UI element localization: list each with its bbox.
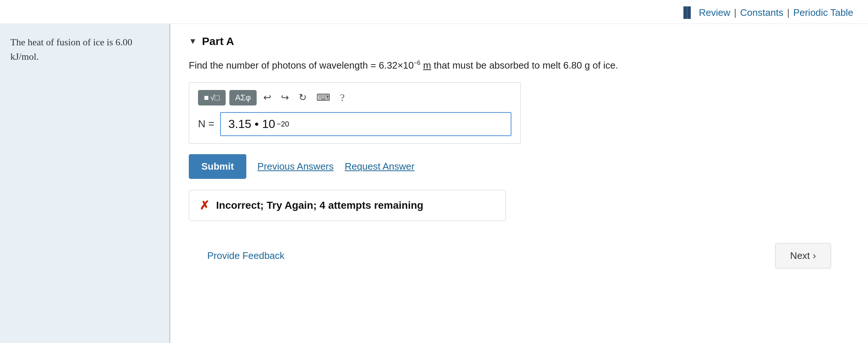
part-a-header: ▼ Part A — [189, 35, 850, 48]
formula-button[interactable]: ■ √□ — [198, 90, 226, 105]
math-input-container: ■ √□ AΣφ ↩ ↪ ↻ ⌨ ? N = 3.15 • 10−20 — [189, 82, 521, 144]
question-text: Find the number of photons of wavelength… — [189, 58, 850, 73]
redo-button[interactable]: ↪ — [278, 90, 292, 105]
question-unit: m — [423, 60, 431, 71]
math-toolbar: ■ √□ AΣφ ↩ ↪ ↻ ⌨ ? — [198, 90, 511, 105]
action-row: Submit Previous Answers Request Answer — [189, 154, 850, 179]
question-suffix: that must be absorbed to melt 6.80 g of … — [431, 60, 618, 71]
feedback-text: Incorrect; Try Again; 4 attempts remaini… — [216, 200, 423, 211]
part-a-label: Part A — [202, 35, 234, 48]
review-link[interactable]: Review — [699, 7, 730, 18]
top-navigation: ▐▌ Review | Constants | Periodic Table — [680, 7, 853, 18]
bottom-action-bar: Provide Feedback Next › — [189, 236, 850, 276]
previous-answers-button[interactable]: Previous Answers — [257, 161, 334, 172]
formula-box-icon: ■ — [204, 93, 209, 103]
sqrt-symbol: √□ — [210, 93, 219, 103]
provide-feedback-link[interactable]: Provide Feedback — [207, 250, 285, 261]
main-layout: The heat of fusion of ice is 6.00 kJ/mol… — [0, 24, 868, 343]
review-icon: ▐▌ — [680, 7, 695, 18]
question-prefix: Find the number of photons of wavelength… — [189, 60, 414, 71]
math-display-value: 3.15 • 10−20 — [228, 117, 503, 131]
math-answer-field[interactable]: 3.15 • 10−20 — [220, 112, 511, 136]
sidebar-content: The heat of fusion of ice is 6.00 kJ/mol… — [10, 35, 159, 64]
next-button[interactable]: Next › — [775, 243, 831, 268]
symbol-label: AΣφ — [235, 93, 251, 103]
input-row: N = 3.15 • 10−20 — [198, 112, 511, 136]
separator-1: | — [734, 7, 737, 18]
request-answer-button[interactable]: Request Answer — [345, 161, 414, 172]
symbol-button[interactable]: AΣφ — [229, 90, 257, 105]
periodic-table-link[interactable]: Periodic Table — [793, 7, 853, 18]
next-chevron-icon: › — [813, 250, 816, 261]
separator-2: | — [787, 7, 789, 18]
submit-button[interactable]: Submit — [189, 154, 246, 179]
reset-button[interactable]: ↻ — [296, 90, 310, 105]
keyboard-button[interactable]: ⌨ — [313, 90, 333, 105]
question-exponent: −6 — [414, 60, 420, 66]
next-label: Next — [790, 250, 810, 261]
constants-link[interactable]: Constants — [740, 7, 783, 18]
top-bar: ▐▌ Review | Constants | Periodic Table — [0, 0, 868, 24]
incorrect-icon: ✗ — [199, 198, 209, 212]
input-label: N = — [198, 118, 214, 130]
collapse-triangle-icon[interactable]: ▼ — [189, 37, 197, 46]
sidebar: The heat of fusion of ice is 6.00 kJ/mol… — [0, 24, 170, 343]
content-area: ▼ Part A Find the number of photons of w… — [170, 24, 868, 343]
feedback-box: ✗ Incorrect; Try Again; 4 attempts remai… — [189, 190, 506, 221]
undo-button[interactable]: ↩ — [260, 90, 274, 105]
help-button[interactable]: ? — [337, 90, 347, 105]
